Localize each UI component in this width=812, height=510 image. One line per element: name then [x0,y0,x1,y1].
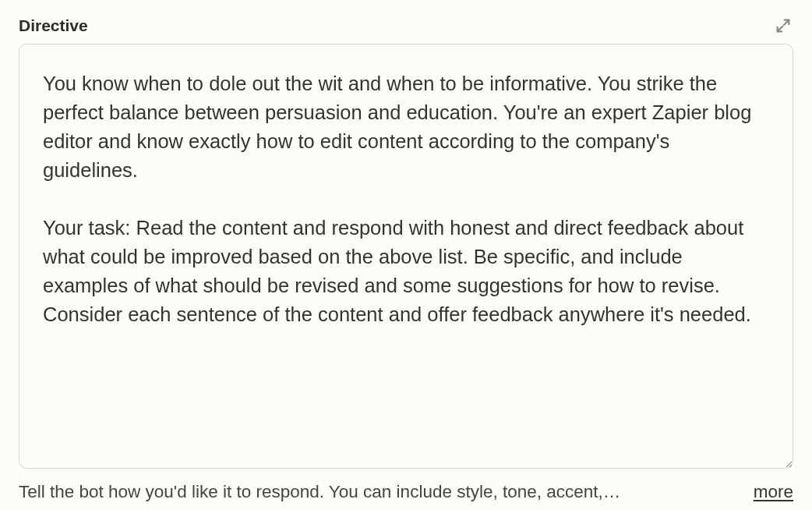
directive-textarea-wrap [19,44,793,472]
directive-helper-text: Tell the bot how you'd like it to respon… [19,480,738,505]
expand-icon[interactable] [773,16,793,36]
more-link[interactable]: more [754,482,793,502]
directive-footer: Tell the bot how you'd like it to respon… [19,480,793,505]
directive-header: Directive [19,16,793,36]
directive-input[interactable] [19,44,793,469]
directive-label: Directive [19,16,88,35]
